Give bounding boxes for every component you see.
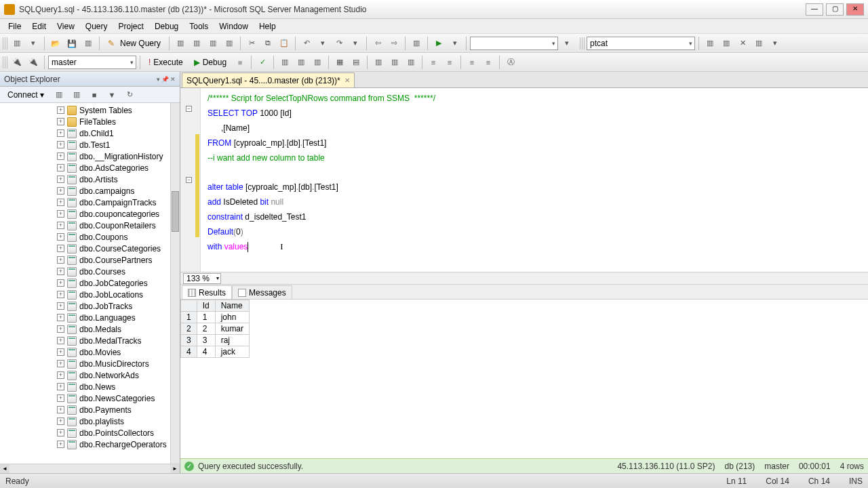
oe-tool-5[interactable]: ↻ <box>122 87 137 102</box>
editor-tab-close-icon[interactable]: ✕ <box>344 77 350 84</box>
tree-item-dbo-artists[interactable]: +dbo.Artists <box>0 174 180 185</box>
tree-item-dbo---migrationhistory[interactable]: +dbo.__MigrationHistory <box>0 150 180 162</box>
tree-item-dbo-adscategories[interactable]: +dbo.AdsCategories <box>0 162 180 174</box>
tree-item-dbo-networkads[interactable]: +dbo.NetworkAds <box>0 369 180 381</box>
redo-dropdown[interactable]: ▾ <box>348 36 363 51</box>
expand-icon[interactable]: + <box>57 256 64 264</box>
editor-tab[interactable]: SQLQuery1.sql - 45....0.master (db (213)… <box>182 73 355 87</box>
change-connection-button[interactable]: 🔌 <box>26 55 41 70</box>
tree-item-dbo-movies[interactable]: +dbo.Movies <box>0 346 180 358</box>
expand-icon[interactable]: + <box>57 383 64 390</box>
tree-item-dbo-campaigntracks[interactable]: +dbo.CampaignTracks <box>0 197 180 208</box>
tree-item-system-tables[interactable]: +System Tables <box>0 104 180 116</box>
tree-item-dbo-musicdirectors[interactable]: +dbo.MusicDirectors <box>0 358 180 369</box>
oe-hscrollbar[interactable]: ◄ ► <box>0 464 180 473</box>
menu-view[interactable]: View <box>52 20 80 33</box>
plan-btn-3[interactable]: ▥ <box>310 55 325 70</box>
cell-id[interactable]: 4 <box>197 346 215 358</box>
expand-icon[interactable]: + <box>57 302 64 310</box>
expand-icon[interactable]: + <box>57 371 64 379</box>
cell-id[interactable]: 3 <box>197 335 215 346</box>
tree-item-filetables[interactable]: +FileTables <box>0 116 180 127</box>
oe-hscroll-left[interactable]: ◄ <box>0 464 9 473</box>
expand-icon[interactable]: + <box>57 233 64 241</box>
save-all-button[interactable]: ▥ <box>81 36 96 51</box>
tool-btn-10[interactable]: ▾ <box>768 36 783 51</box>
expand-icon[interactable]: + <box>57 279 64 287</box>
tree-item-dbo-joblocations[interactable]: +dbo.JobLocations <box>0 289 180 300</box>
tree-item-dbo-couponretailers[interactable]: +dbo.CouponRetailers <box>0 220 180 231</box>
cell-name[interactable]: kumar <box>215 323 249 335</box>
tool2-btn-last[interactable]: Ⓐ <box>503 55 518 70</box>
expand-icon[interactable]: + <box>57 337 64 344</box>
undo-dropdown[interactable]: ▾ <box>315 36 330 51</box>
new-query-button[interactable]: New Query <box>103 36 165 51</box>
results-grid[interactable]: IdName11john22kumar33raj44jack <box>180 300 868 458</box>
code-text[interactable]: /****** Script for SelectTopNRows comman… <box>201 88 868 272</box>
indent-button[interactable]: ≡ <box>426 55 441 70</box>
open-file-button[interactable] <box>48 36 63 51</box>
plan-btn-1[interactable]: ▥ <box>277 55 292 70</box>
messages-tab[interactable]: Messages <box>232 285 292 299</box>
tool-btn-9[interactable]: ▥ <box>751 36 766 51</box>
tree-item-dbo-courses[interactable]: +dbo.Courses <box>0 266 180 277</box>
expand-icon[interactable]: + <box>57 152 64 160</box>
expand-icon[interactable]: + <box>57 418 64 425</box>
oe-tool-4[interactable]: ▼ <box>104 87 119 102</box>
parse-button[interactable]: ✓ <box>255 55 270 70</box>
cell-name[interactable]: john <box>215 312 249 323</box>
results-grid-button[interactable]: ▦ <box>332 55 347 70</box>
menu-project[interactable]: Project <box>113 20 149 33</box>
tree-item-dbo-languages[interactable]: +dbo.Languages <box>0 312 180 323</box>
table-row[interactable]: 33raj <box>181 335 250 346</box>
find-combo[interactable] <box>470 37 558 50</box>
start-dropdown[interactable]: ▾ <box>448 36 462 51</box>
tool-btn-4[interactable]: ▥ <box>222 36 237 51</box>
results-tab[interactable]: Results <box>182 285 232 299</box>
tool-btn-1[interactable]: ▥ <box>173 36 188 51</box>
toolbar-grip[interactable] <box>3 37 8 49</box>
code-editor[interactable]: − − /****** Script for SelectTopNRows co… <box>180 88 868 272</box>
tree-item-dbo-couponcategories[interactable]: +dbo.couponcategories <box>0 208 180 220</box>
cell-name[interactable]: raj <box>215 335 249 346</box>
oe-dropdown-icon[interactable]: ▾ <box>157 76 160 83</box>
toolbar-grip-2[interactable] <box>580 37 585 49</box>
minimize-button[interactable]: — <box>806 3 823 16</box>
table-row[interactable]: 22kumar <box>181 323 250 335</box>
tree-item-dbo-rechargeoperators[interactable]: +dbo.RechargeOperators <box>0 439 180 450</box>
menu-file[interactable]: File <box>3 20 26 33</box>
tool-btn-8[interactable]: ✕ <box>735 36 750 51</box>
redo-button[interactable]: ↷ <box>332 36 347 51</box>
expand-icon[interactable]: + <box>57 176 64 183</box>
menu-edit[interactable]: Edit <box>26 20 52 33</box>
expand-icon[interactable]: + <box>57 118 64 125</box>
oe-hscroll-right[interactable]: ► <box>170 464 180 473</box>
tree-item-dbo-campaigns[interactable]: +dbo.campaigns <box>0 185 180 197</box>
tree-item-dbo-payments[interactable]: +dbo.Payments <box>0 404 180 415</box>
tree-item-db-child1[interactable]: +db.Child1 <box>0 127 180 139</box>
uncomment-button[interactable]: ≡ <box>481 55 496 70</box>
expand-icon[interactable]: + <box>57 429 64 436</box>
cell-name[interactable]: jack <box>215 346 249 358</box>
expand-icon[interactable]: + <box>57 268 64 275</box>
expand-icon[interactable]: + <box>57 348 64 356</box>
nav-fwd-button[interactable]: ⇨ <box>387 36 401 51</box>
tool-btn-2[interactable]: ▥ <box>189 36 204 51</box>
oe-vscrollbar[interactable] <box>170 103 180 464</box>
expand-icon[interactable]: + <box>57 129 64 137</box>
connect-button[interactable]: 🔌 <box>9 55 24 70</box>
user-combo[interactable]: ptcat <box>587 37 695 50</box>
menu-tools[interactable]: Tools <box>184 20 214 33</box>
expand-icon[interactable]: + <box>57 106 64 114</box>
oe-tool-3[interactable]: ■ <box>87 87 102 102</box>
expand-icon[interactable]: + <box>57 141 64 148</box>
undo-button[interactable]: ↶ <box>299 36 314 51</box>
expand-icon[interactable]: + <box>57 245 64 252</box>
menu-query[interactable]: Query <box>80 20 113 33</box>
results-text-button[interactable]: ▤ <box>349 55 363 70</box>
tree-item-dbo-newscategories[interactable]: +dbo.NewsCategories <box>0 392 180 404</box>
expand-icon[interactable]: + <box>57 325 64 333</box>
tree-item-dbo-coupons[interactable]: +dbo.Coupons <box>0 231 180 243</box>
maximize-button[interactable]: ▢ <box>826 3 844 16</box>
tree-item-dbo-coursepartners[interactable]: +dbo.CoursePartners <box>0 254 180 266</box>
